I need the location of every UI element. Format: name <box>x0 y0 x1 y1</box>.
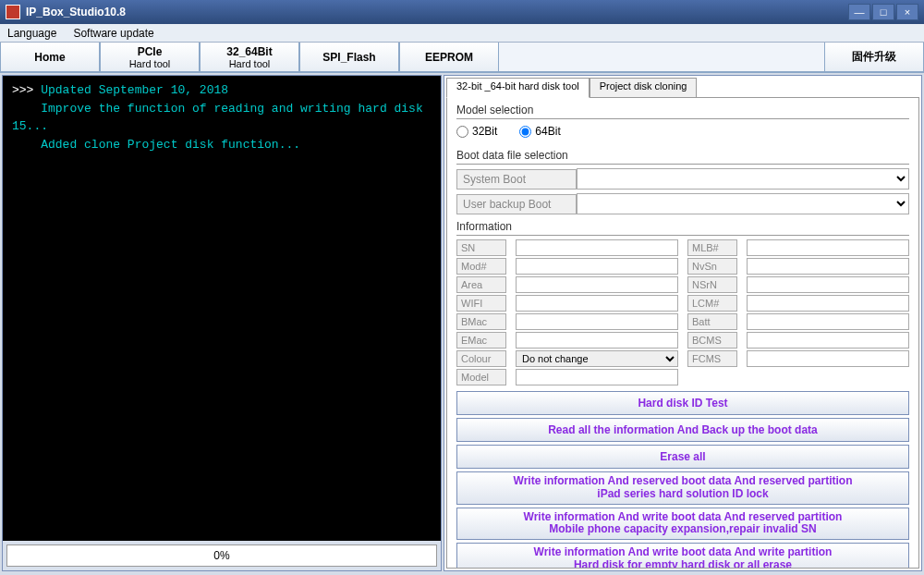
write-all-button[interactable]: Write information And write boot data An… <box>456 543 909 569</box>
console-output: >>> Updated September 10, 2018 Improve t… <box>3 76 441 541</box>
window-title: IP_Box_Studio10.8 <box>26 6 848 18</box>
sn-field[interactable] <box>516 239 678 256</box>
read-all-button[interactable]: Read all the information And Back up the… <box>456 418 909 442</box>
erase-all-button[interactable]: Erase all <box>456 445 909 469</box>
bcms-field[interactable] <box>747 332 909 349</box>
tab-spi-flash[interactable]: SPI_Flash <box>299 43 399 72</box>
menu-language[interactable]: Language <box>7 27 56 40</box>
mod-field[interactable] <box>516 258 678 275</box>
user-boot-label: User backup Boot <box>456 194 577 214</box>
tab-hard-disk-tool[interactable]: 32-bit _64-bit hard disk tool <box>446 78 590 98</box>
tab-32-64bit[interactable]: 32_64BitHard tool <box>200 43 299 72</box>
system-boot-label: System Boot <box>456 169 577 190</box>
tab-home[interactable]: Home <box>0 43 100 72</box>
user-boot-select[interactable] <box>577 193 909 214</box>
nvsn-field[interactable] <box>747 258 909 275</box>
tab-pcie[interactable]: PCIeHard tool <box>100 43 200 72</box>
app-icon <box>6 5 20 19</box>
menu-software-update[interactable]: Software update <box>73 27 153 40</box>
maximize-button[interactable]: □ <box>872 4 894 20</box>
model-field[interactable] <box>516 369 678 385</box>
nsrn-field[interactable] <box>747 276 909 293</box>
information-label: Information <box>456 220 909 236</box>
mlb-field[interactable] <box>747 239 909 256</box>
minimize-button[interactable]: — <box>848 4 870 20</box>
hard-disk-id-test-button[interactable]: Hard disk ID Test <box>456 391 909 415</box>
radio-64bit[interactable]: 64Bit <box>519 125 560 138</box>
colour-select[interactable]: Do not change <box>516 350 678 367</box>
model-selection-label: Model selection <box>456 104 909 119</box>
batt-field[interactable] <box>747 313 909 330</box>
close-button[interactable]: × <box>896 4 918 20</box>
tab-project-clone[interactable]: Project disk cloning <box>590 78 698 98</box>
wifi-field[interactable] <box>516 295 678 312</box>
area-field[interactable] <box>516 276 678 293</box>
emac-field[interactable] <box>516 332 678 349</box>
write-boot-reserved-button[interactable]: Write information And write boot data An… <box>456 508 909 541</box>
boot-file-selection-label: Boot data file selection <box>456 149 909 165</box>
system-boot-select[interactable] <box>577 168 909 190</box>
write-reserved-button[interactable]: Write information And reserved boot data… <box>456 471 909 505</box>
tab-firmware-upgrade[interactable]: 固件升级 <box>824 43 924 72</box>
bmac-field[interactable] <box>516 313 678 330</box>
fcms-field[interactable] <box>747 350 909 367</box>
tab-eeprom[interactable]: EEPROM <box>399 43 499 72</box>
progress-bar: 0% <box>6 544 437 567</box>
lcm-field[interactable] <box>747 295 909 312</box>
radio-32bit[interactable]: 32Bit <box>456 125 497 138</box>
